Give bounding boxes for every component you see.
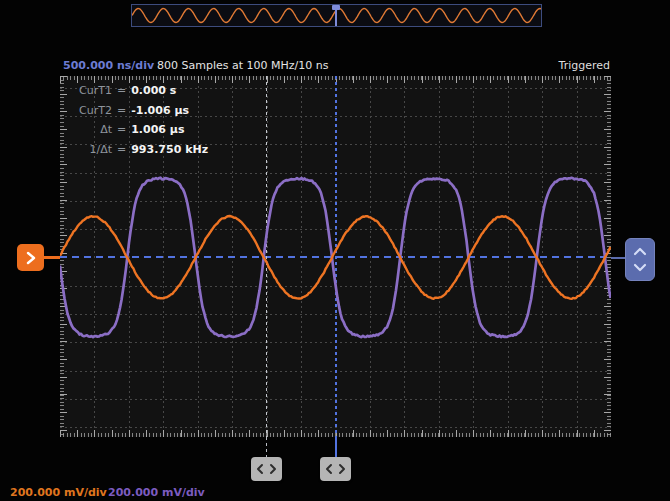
timebase-label: 500.000 ns/div: [63, 59, 154, 73]
chevron-right-icon: [269, 463, 277, 475]
cursor-t2-stem: [266, 437, 267, 458]
channel-1-marker-line: [44, 256, 60, 259]
equals-sign: =: [117, 103, 126, 119]
channel-2-marker-line: [611, 257, 625, 259]
equals-sign: =: [117, 122, 126, 138]
curt2-value: -1.006 µs: [131, 103, 189, 119]
chevron-left-icon: [325, 463, 333, 475]
cursor-t1-handle[interactable]: [320, 457, 351, 481]
equals-sign: =: [117, 83, 126, 99]
curt1-value: 0.000 s: [131, 83, 176, 99]
chevron-left-icon: [256, 463, 264, 475]
inverse-delta-t-value: 993.750 kHz: [131, 142, 208, 158]
channel-2-scale-label: 200.000 mV/div: [108, 486, 205, 500]
inverse-delta-t-label: 1/Δt: [66, 142, 112, 158]
readout-row-curt2: CurT2=-1.006 µs: [66, 103, 208, 123]
cursor-readout: CurT1=0.000 s CurT2=-1.006 µs Δt=1.006 µ…: [66, 83, 208, 161]
trigger-status: Triggered: [559, 59, 610, 73]
buffer-preview[interactable]: [131, 4, 542, 27]
readout-row-delta-t: Δt=1.006 µs: [66, 122, 208, 142]
channel-1-scale-label: 200.000 mV/div: [10, 486, 107, 500]
curt1-label: CurT1: [66, 83, 112, 99]
readout-row-inverse-delta-t: 1/Δt=993.750 kHz: [66, 142, 208, 162]
curt2-label: CurT2: [66, 103, 112, 119]
equals-sign: =: [117, 142, 126, 158]
channel-1-offset-marker[interactable]: [17, 244, 44, 271]
channel-2-offset-marker[interactable]: [625, 238, 655, 281]
readout-row-curt1: CurT1=0.000 s: [66, 83, 208, 103]
cursor-t1-stem: [335, 437, 337, 458]
trigger-position-marker[interactable]: [335, 5, 337, 26]
chevron-right-icon: [26, 251, 36, 265]
delta-t-value: 1.006 µs: [131, 122, 184, 138]
chevron-up-icon: [633, 247, 647, 256]
oscilloscope-window: 500.000 ns/div 800 Samples at 100 MHz/10…: [0, 0, 670, 501]
sample-rate-label: 800 Samples at 100 MHz/10 ns: [157, 59, 328, 73]
delta-t-label: Δt: [66, 122, 112, 138]
chevron-right-icon: [338, 463, 346, 475]
cursor-t2-handle[interactable]: [251, 457, 282, 481]
channel-2-trace: [60, 178, 611, 337]
chevron-down-icon: [633, 263, 647, 272]
trigger-flag-icon: [332, 5, 340, 10]
